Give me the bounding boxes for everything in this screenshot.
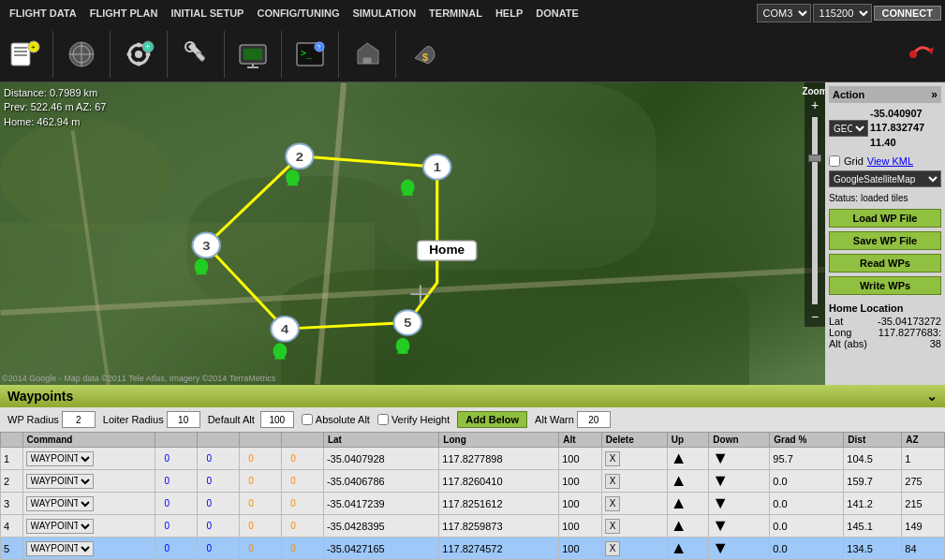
loiter-radius-label: Loiter Radius xyxy=(103,414,164,425)
wp-delete-btn-4[interactable]: X xyxy=(605,519,621,534)
wp-p2-input-2[interactable] xyxy=(200,474,217,489)
wp-cmd-select-4[interactable]: WAYPOINT xyxy=(26,519,94,534)
wp-p2-input-4[interactable] xyxy=(200,519,217,534)
wp-down-arrow-5[interactable]: ▼ xyxy=(712,538,729,557)
wp-up-arrow-2[interactable]: ▲ xyxy=(671,471,687,490)
wp-up-arrow-3[interactable]: ▲ xyxy=(671,494,687,512)
wp-cmd-select-2[interactable]: WAYPOINT xyxy=(26,474,94,489)
verify-height-checkbox[interactable] xyxy=(377,414,389,425)
wp-p3-input-5[interactable] xyxy=(243,541,259,556)
wp-p1-input-3[interactable] xyxy=(158,496,175,511)
wp-down-cell: ▼ xyxy=(709,515,770,538)
wp-up-arrow-5[interactable]: ▲ xyxy=(671,538,687,557)
menu-terminal[interactable]: TERMINAL xyxy=(423,6,488,21)
toolbar-donate[interactable]: $ xyxy=(407,37,441,71)
alt-warn-input[interactable] xyxy=(577,411,611,428)
toolbar-flight-plan[interactable] xyxy=(65,37,98,71)
wp-delete-btn-3[interactable]: X xyxy=(605,496,621,511)
toolbar-initial-setup[interactable]: + xyxy=(122,37,155,71)
loiter-radius-input[interactable] xyxy=(167,411,200,428)
wp-up-cell: ▲ xyxy=(667,470,709,493)
load-wp-button[interactable]: Load WP File xyxy=(829,209,941,228)
wp-down-arrow-3[interactable]: ▼ xyxy=(712,494,729,512)
wp-p1-input-2[interactable] xyxy=(158,474,175,489)
wp-num: 4 xyxy=(1,515,23,538)
waypoints-controls: WP Radius Loiter Radius Default Alt Abso… xyxy=(0,407,945,432)
zoom-in-button[interactable]: + xyxy=(811,98,819,111)
view-kml-link[interactable]: View KML xyxy=(867,155,913,167)
menu-help[interactable]: HELP xyxy=(490,6,528,21)
wp-delete-btn-2[interactable]: X xyxy=(605,474,621,489)
wp-p3-input-4[interactable] xyxy=(243,519,259,534)
zoom-slider[interactable] xyxy=(812,117,818,304)
wp-p1-input-1[interactable] xyxy=(158,451,175,466)
wp-up-arrow-1[interactable]: ▲ xyxy=(671,449,687,467)
add-below-button[interactable]: Add Below xyxy=(457,411,527,428)
menu-donate[interactable]: DONATE xyxy=(530,6,584,21)
menu-flight-data[interactable]: FLIGHT DATA xyxy=(4,6,82,21)
wp-p1-input-5[interactable] xyxy=(158,541,175,556)
menu-config-tuning[interactable]: CONFIG/TUNING xyxy=(251,6,345,21)
wp-p2-input-3[interactable] xyxy=(200,496,217,511)
wp-dist: 145.1 xyxy=(844,515,902,538)
coord-type-select[interactable]: GEO xyxy=(829,120,868,137)
wp-p2-input-5[interactable] xyxy=(200,541,217,556)
toolbar-config-tuning[interactable] xyxy=(179,37,213,71)
wp-up-arrow-4[interactable]: ▲ xyxy=(671,516,687,535)
wp-p3-input-1[interactable] xyxy=(243,451,259,466)
menu-simulation[interactable]: SIMULATION xyxy=(347,6,421,21)
wp-p4-input-5[interactable] xyxy=(285,541,302,556)
wp-cmd-cell: WAYPOINT xyxy=(22,470,155,493)
wp-p2-input-1[interactable] xyxy=(200,451,217,466)
menu-initial-setup[interactable]: INITIAL SETUP xyxy=(165,6,249,21)
menu-flight-plan[interactable]: FLIGHT PLAN xyxy=(84,6,164,21)
wp-p4-input-3[interactable] xyxy=(285,496,302,511)
wp-p4-input-2[interactable] xyxy=(285,474,302,489)
wp-cmd-select-1[interactable]: WAYPOINT xyxy=(26,451,94,466)
zoom-slider-thumb[interactable] xyxy=(808,155,821,162)
wp-delete-btn-1[interactable]: X xyxy=(605,451,621,466)
read-wps-button[interactable]: Read WPs xyxy=(829,254,941,273)
grid-checkbox[interactable] xyxy=(829,155,840,167)
wp-p4-input-4[interactable] xyxy=(285,519,302,534)
toolbar-flight-data[interactable]: + xyxy=(7,37,41,71)
svg-text:+: + xyxy=(31,43,36,52)
save-wp-button[interactable]: Save WP File xyxy=(829,231,941,250)
map-svg-overlay: 1 2 3 4 5 Home xyxy=(0,82,825,385)
baud-select[interactable]: 115200 xyxy=(813,4,872,22)
map-type-select[interactable]: GoogleSatelliteMap xyxy=(829,170,941,187)
wp-down-arrow-1[interactable]: ▼ xyxy=(712,449,729,467)
connect-button[interactable]: CONNECT xyxy=(874,6,941,21)
default-alt-input[interactable] xyxy=(260,411,294,428)
wp-p4-input-1[interactable] xyxy=(285,451,302,466)
wp-down-arrow-4[interactable]: ▼ xyxy=(712,516,729,535)
wp-p3-input-3[interactable] xyxy=(243,496,259,511)
wp-delete-btn-5[interactable]: X xyxy=(605,541,621,556)
wp-cmd-select-3[interactable]: WAYPOINT xyxy=(26,496,94,511)
zoom-out-button[interactable]: − xyxy=(811,310,819,323)
port-select[interactable]: COM3 xyxy=(757,4,811,22)
toolbar-simulation[interactable] xyxy=(236,37,270,71)
write-wps-button[interactable]: Write WPs xyxy=(829,276,941,295)
default-alt-label: Default Alt xyxy=(208,414,255,425)
wp-cmd-cell: WAYPOINT xyxy=(22,538,155,560)
waypoints-collapse-button[interactable]: ⌄ xyxy=(926,389,938,404)
toolbar-terminal[interactable]: >_ ? xyxy=(293,37,327,71)
zoom-control: Zoom + − xyxy=(805,82,825,327)
col-lat: Lat xyxy=(323,433,438,448)
wp-down-arrow-2[interactable]: ▼ xyxy=(712,471,729,490)
table-row: 4 WAYPOINT -35.0428395 117.8259873 100 X… xyxy=(1,515,945,538)
toolbar-help[interactable] xyxy=(350,37,384,71)
wp-radius-group: WP Radius xyxy=(7,411,96,428)
coord-row: GEO -35.040907 117.832747 11.40 xyxy=(829,107,941,150)
wp-p3-input-2[interactable] xyxy=(243,474,259,489)
toolbar-connect[interactable] xyxy=(904,37,938,71)
absolute-alt-checkbox[interactable] xyxy=(302,414,313,425)
action-expand[interactable]: » xyxy=(931,88,938,101)
wp-cmd-select-5[interactable]: WAYPOINT xyxy=(26,541,94,556)
action-header: Action » xyxy=(829,86,941,103)
wp-radius-input[interactable] xyxy=(62,411,96,428)
map-container[interactable]: Distance: 0.7989 km Prev: 522.46 m AZ: 6… xyxy=(0,82,825,385)
home-alt-row: Alt (abs) 38 xyxy=(829,338,941,349)
wp-p1-input-4[interactable] xyxy=(158,519,175,534)
